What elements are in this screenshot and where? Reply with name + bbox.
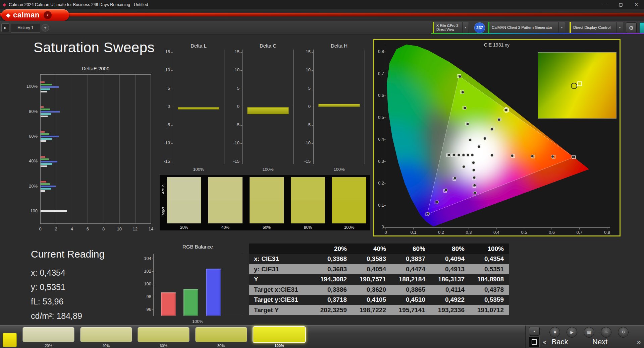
deltaH-tickmark [312,89,313,89]
save-button[interactable]: ▦ [584,327,594,338]
swatch-target-40% [208,200,243,223]
cie-measured-point [474,192,477,194]
swatch-target-60% [250,200,284,223]
pattern-generator-dropdown[interactable]: CalMAN Client 3 Pattern Generator ▼ [488,22,565,33]
pattern-level-button-80%[interactable] [195,327,247,342]
pattern-level-button-60%[interactable] [138,327,190,342]
delta-c-chart: Delta C 151050-5-10-15100% [242,40,294,173]
table-header-cell: 40% [352,243,391,254]
table-row: Target x:CIE310,33860,36200,38650,41140,… [249,285,509,295]
table-row-label: x: CIE31 [249,254,313,264]
toolbar-gradient-line [431,33,644,34]
table-cell: 0,4114 [431,285,470,295]
pattern-window-button[interactable] [529,337,540,347]
deltaL-tickmark [171,52,173,53]
table-row: y: CIE310,36830,40540,44740,49130,5351 [249,264,509,275]
deltaL-ytick-label: -5 [155,122,170,127]
workflow-expander-button[interactable]: ▶ [1,23,9,32]
deltaL-tickmark [171,70,173,71]
chevron-down-icon[interactable]: ▼ [462,22,469,33]
pattern-level-label: 40% [80,344,132,348]
next-button[interactable]: Next » [592,337,642,347]
table-header-row: 20%40%60%80%100% [249,243,509,254]
cie-measured-point [498,118,500,121]
pattern-level-label: 100% [253,344,306,348]
table-row: Target Y202,3259198,7222195,7141193,2336… [249,305,509,316]
deltae-bar [41,136,59,137]
table-cell: 0,5351 [470,264,509,275]
table-row: x: CIE310,33680,35830,38370,40940,4354 [249,254,509,264]
logo-menu-arrow-icon[interactable]: ▼ [44,11,52,19]
edge-panel-sliver[interactable] [640,22,644,33]
cie-ytick-label: 0 [374,224,384,229]
delta-c-chart-title: Delta C [242,43,294,49]
link-button[interactable]: ∞ [601,327,611,338]
play-button[interactable]: ▶ [567,327,577,338]
window-title: Calman 2024 Calman Ultimate for Business… [9,2,148,7]
cie-measured-point [511,154,514,157]
current-reading-title: Current Reading [31,249,145,260]
cie-measured-point [467,154,469,156]
deltae-bar [41,86,59,88]
chevron-down-icon[interactable]: ▼ [616,22,623,33]
settings-button[interactable]: ⚙ [626,22,637,33]
display-control-dropdown[interactable]: Direct Display Control ▼ [570,22,623,33]
cie-measured-point [484,137,486,140]
cie-ytick-label: 0,7 [374,71,384,76]
cie-measured-point [473,184,476,187]
table-row-label: Target x:CIE31 [249,285,313,295]
cie-measured-point [461,91,464,94]
close-button[interactable]: × [629,0,644,9]
cie-measured-point [505,109,507,112]
deltaH-bar [318,104,360,107]
refresh-button[interactable]: ↻ [618,327,629,338]
cie-measured-point [427,212,430,215]
minimize-button[interactable]: — [598,0,613,9]
calman-logo-button[interactable]: ◆ calman ▼ [1,9,69,21]
cie-ytick-label: 0,8 [374,49,384,54]
deltaL-tickmark [171,107,173,107]
deltae-ytick-label: 100% [21,84,38,89]
table-cell: 0,4913 [431,264,470,275]
pattern-level-button-100%[interactable] [253,326,306,343]
deltae-bar [41,186,56,187]
pattern-level-button-20%[interactable] [22,327,74,342]
bottom-bar: ▲ ■ ▶ ▦ ∞ ↻ « Back Next » 20%40%60%80%10… [0,325,644,348]
cie-measured-point [463,165,465,168]
add-tab-button[interactable]: + [42,24,49,31]
deltaL-ytick-label: 10 [155,67,170,72]
cie-measured-point [472,161,475,164]
current-reading-line: fL: 53,96 [31,297,63,306]
deltaH-zero-line [314,107,365,107]
cie-measured-point [458,154,460,156]
cie-measured-point [469,139,472,141]
rgb-tickmark [152,271,153,272]
pattern-level-button-40%[interactable] [80,327,132,342]
tab-history-1[interactable]: History 1 [11,23,40,32]
deltae-xtick-label: 6 [83,226,93,231]
back-button[interactable]: « Back [543,337,590,347]
deltae-bar [41,161,57,162]
cie-xtick-label: 0,2 [436,230,446,235]
table-cell: 190,7571 [352,274,391,285]
table-cell: 0,3683 [313,264,352,275]
cie-xtick-label: 0,8 [602,230,612,235]
tab-toolbar-row: ▶ History 1 + X-Rite i1Pro 2 Direct View… [0,21,644,34]
deltaC-tickmark [240,89,242,89]
table-cell: 0,3718 [313,295,352,305]
app-icon: ◆ [3,2,6,7]
panel-expand-button[interactable]: ▲ [529,327,540,336]
swatch-label: 20% [167,225,201,230]
delta-l-chart-title: Delta L [173,43,224,49]
maximize-button[interactable]: ▢ [613,0,629,9]
table-header-cell: 60% [391,243,431,254]
deltaL-tickmark [171,143,173,144]
table-cell: 0,4378 [470,285,509,295]
cie-measured-point [572,156,574,158]
rgb-tickmark [152,284,153,284]
deltae-xtick-label: 8 [99,226,109,231]
chevron-down-icon[interactable]: ▼ [558,22,565,33]
stop-button[interactable]: ■ [549,327,560,338]
meter-dropdown[interactable]: X-Rite i1Pro 2 Direct View ▼ [433,22,469,33]
cie-xtick-label: 0,4 [491,230,501,235]
